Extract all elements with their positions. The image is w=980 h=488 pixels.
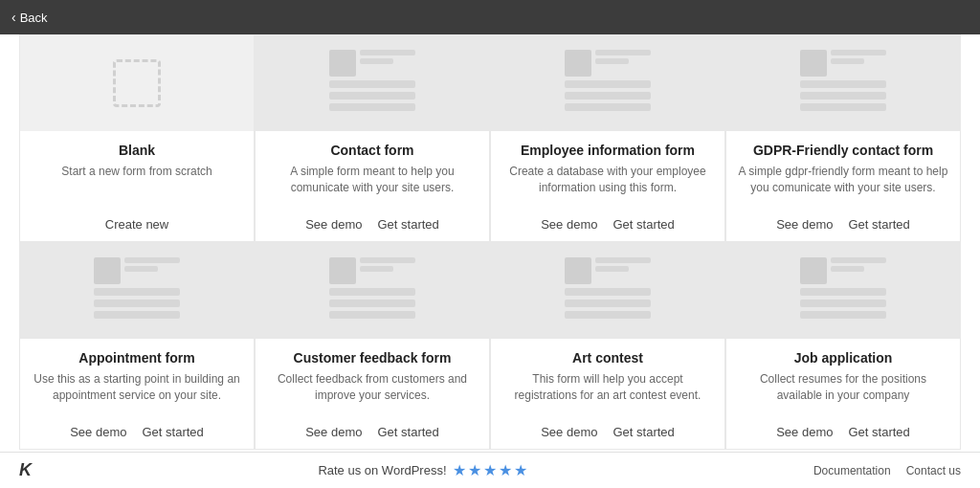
top-bar: ‹ Back xyxy=(0,0,980,34)
form-shape-appointment xyxy=(94,257,180,324)
see-demo-link-feedback[interactable]: See demo xyxy=(305,425,362,439)
main-content: Blank Start a new form from scratch Crea… xyxy=(0,34,980,452)
brand-logo: K xyxy=(19,460,32,480)
get-started-link-employee[interactable]: Get started xyxy=(612,217,674,232)
card-desc-contest: This form will help you accept registrat… xyxy=(491,371,724,411)
get-started-link-gdpr[interactable]: Get started xyxy=(848,217,909,232)
card-desc-feedback: Collect feedback from customers and impr… xyxy=(256,371,489,411)
thumbnail-appointment xyxy=(20,243,254,339)
thumbnail-feedback xyxy=(256,243,489,339)
star-3: ★ xyxy=(483,461,497,479)
card-name-contest: Art contest xyxy=(572,350,643,366)
template-card-blank: Blank Start a new form from scratch Crea… xyxy=(19,34,255,242)
see-demo-link-contest[interactable]: See demo xyxy=(541,425,597,439)
card-actions-job: See demo Get started xyxy=(776,425,910,439)
see-demo-link-appointment[interactable]: See demo xyxy=(70,425,126,439)
card-actions-gdpr: See demo Get started xyxy=(776,217,910,232)
back-button[interactable]: ‹ Back xyxy=(11,10,48,25)
star-4: ★ xyxy=(499,461,512,479)
card-desc-blank: Start a new form from scratch xyxy=(50,164,223,204)
thumbnail-blank xyxy=(20,35,254,131)
card-desc-employee: Create a database with your employee inf… xyxy=(491,164,724,204)
card-name-blank: Blank xyxy=(119,143,155,158)
template-card-job: Job application Collect resumes for the … xyxy=(725,242,961,450)
card-actions-blank: Create new xyxy=(105,217,168,232)
form-shape-contact xyxy=(329,50,415,117)
form-shape-feedback xyxy=(329,257,415,324)
card-name-feedback: Customer feedback form xyxy=(294,350,452,366)
get-started-link-feedback[interactable]: Get started xyxy=(377,425,438,439)
create-new-link[interactable]: Create new xyxy=(105,217,168,232)
thumbnail-job xyxy=(726,243,960,339)
star-1: ★ xyxy=(453,461,466,479)
see-demo-link-contact[interactable]: See demo xyxy=(305,217,362,232)
see-demo-link-employee[interactable]: See demo xyxy=(541,217,597,232)
see-demo-link-job[interactable]: See demo xyxy=(776,425,833,439)
star-5: ★ xyxy=(514,461,527,479)
blank-icon xyxy=(113,59,161,107)
card-name-gdpr: GDPR-Friendly contact form xyxy=(753,143,933,158)
get-started-link-appointment[interactable]: Get started xyxy=(142,425,203,439)
card-desc-gdpr: A simple gdpr-friendly form meant to hel… xyxy=(726,164,960,204)
card-desc-appointment: Use this as a starting point in building… xyxy=(20,371,254,411)
template-card-feedback: Customer feedback form Collect feedback … xyxy=(255,242,490,450)
card-name-contact: Contact form xyxy=(330,143,413,158)
bottom-bar: K Rate us on WordPress! ★ ★ ★ ★ ★ Docume… xyxy=(0,452,980,488)
card-actions-feedback: See demo Get started xyxy=(305,425,439,439)
form-shape-employee xyxy=(565,50,651,117)
thumbnail-contest xyxy=(491,243,724,339)
template-card-appointment: Appointment form Use this as a starting … xyxy=(19,242,255,450)
stars-container: ★ ★ ★ ★ ★ xyxy=(453,461,527,479)
form-shape-gdpr xyxy=(800,50,886,117)
template-card-contact: Contact form A simple form meant to help… xyxy=(255,34,490,242)
card-name-employee: Employee information form xyxy=(521,143,695,158)
rate-us-text: Rate us on WordPress! xyxy=(318,463,446,477)
card-name-appointment: Appointment form xyxy=(78,350,194,366)
template-card-contest: Art contest This form will help you acce… xyxy=(490,242,725,450)
template-card-gdpr: GDPR-Friendly contact form A simple gdpr… xyxy=(725,34,961,242)
back-label: Back xyxy=(20,11,48,25)
card-actions-contact: See demo Get started xyxy=(305,217,439,232)
get-started-link-contact[interactable]: Get started xyxy=(377,217,438,232)
templates-grid: Blank Start a new form from scratch Crea… xyxy=(19,34,961,450)
thumbnail-gdpr xyxy=(726,35,960,131)
back-arrow-icon: ‹ xyxy=(11,10,16,25)
documentation-link[interactable]: Documentation xyxy=(813,464,891,477)
card-actions-employee: See demo Get started xyxy=(541,217,675,232)
rate-us-section: Rate us on WordPress! ★ ★ ★ ★ ★ xyxy=(318,461,526,479)
contact-us-link[interactable]: Contact us xyxy=(906,464,961,477)
get-started-link-contest[interactable]: Get started xyxy=(612,425,674,439)
bottom-links: Documentation Contact us xyxy=(813,464,961,477)
template-card-employee: Employee information form Create a datab… xyxy=(490,34,725,242)
form-shape-job xyxy=(800,257,886,324)
card-actions-appointment: See demo Get started xyxy=(70,425,204,439)
see-demo-link-gdpr[interactable]: See demo xyxy=(776,217,833,232)
star-2: ★ xyxy=(468,461,481,479)
get-started-link-job[interactable]: Get started xyxy=(848,425,909,439)
card-desc-contact: A simple form meant to help you comunica… xyxy=(256,164,489,204)
card-actions-contest: See demo Get started xyxy=(541,425,675,439)
thumbnail-contact xyxy=(256,35,489,131)
form-shape-contest xyxy=(565,257,651,324)
thumbnail-employee xyxy=(491,35,724,131)
card-name-job: Job application xyxy=(794,350,893,366)
card-desc-job: Collect resumes for the positions availa… xyxy=(726,371,960,411)
